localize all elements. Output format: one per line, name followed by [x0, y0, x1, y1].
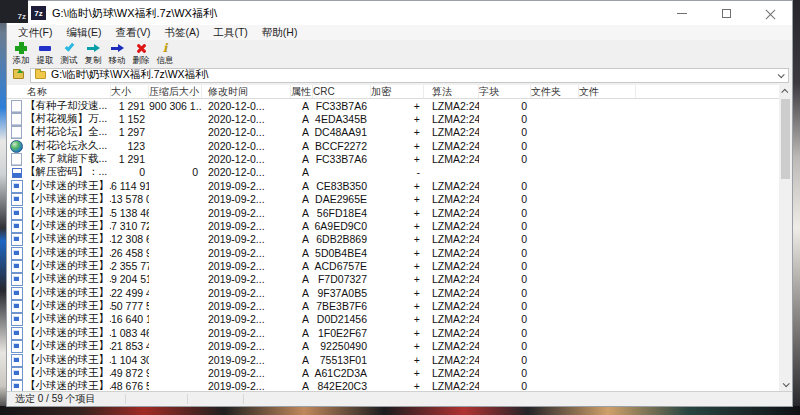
file-encrypted: +	[371, 100, 424, 112]
vertical-scrollbar[interactable]	[779, 85, 792, 391]
add-button[interactable]: 添加	[9, 41, 33, 65]
maximize-button[interactable]	[704, 1, 748, 25]
media-file-icon	[10, 260, 22, 272]
address-dropdown-button[interactable]	[772, 73, 788, 78]
test-check-icon	[64, 41, 74, 51]
move-button[interactable]: 移动	[105, 41, 129, 65]
file-name: 【小球迷的球王】...	[25, 232, 111, 246]
file-crc: 7BE3B7F6	[313, 300, 371, 312]
file-name: 【小球迷的球王】...	[25, 206, 111, 220]
file-crc: DC48AA91	[313, 126, 371, 138]
file-attributes: A	[291, 233, 313, 245]
title-bar[interactable]: 7z G:\临时\奶球\WX福利.7z\WX福利\	[7, 1, 792, 25]
file-block: 0	[479, 126, 531, 138]
key-file-icon	[10, 166, 22, 178]
extract-button[interactable]: 提取	[33, 41, 57, 65]
scrollbar-thumb[interactable]	[781, 99, 790, 179]
table-row[interactable]: 【村花论坛永久...1232020-12-0...ABCCF2272+LZMA2…	[7, 139, 792, 152]
table-row[interactable]: 【小球迷的球王】...2 355 7792019-09-2...AACD6757…	[7, 259, 792, 272]
status-divider	[187, 394, 188, 404]
table-row[interactable]: 【小球迷的球王】...6 114 9182019-09-2...ACE83B35…	[7, 179, 792, 192]
file-crc: CE83B350	[313, 180, 371, 192]
file-modified: 2019-09-2...	[202, 340, 291, 352]
table-row[interactable]: 【村花论坛】全...1 2972020-12-0...ADC48AA91+LZM…	[7, 126, 792, 139]
file-method: LZMA2:24...	[424, 113, 479, 125]
header-modified[interactable]: 修改时间	[202, 85, 291, 98]
file-encrypted: +	[371, 327, 424, 339]
file-size: 16 640 133	[111, 313, 149, 325]
header-block[interactable]: 字块	[479, 85, 531, 98]
address-combobox[interactable]: G:\临时\奶球\WX福利.7z\WX福利\	[30, 68, 789, 83]
table-row[interactable]: 【小球迷的球王】...22 499 4062019-09-2...A9F37A0…	[7, 286, 792, 299]
table-row[interactable]: 【小球迷的球王】...21 853 4422019-09-2...A922504…	[7, 339, 792, 352]
table-row[interactable]: 【小球迷的球王】...1 083 4622019-09-2...A1F0E2F6…	[7, 326, 792, 339]
header-name[interactable]: 名称	[7, 85, 111, 98]
file-attributes: A	[291, 207, 313, 219]
file-block: 0	[479, 193, 531, 205]
selection-status: 选定 0 / 59 个项目	[7, 392, 96, 406]
chevron-down-icon	[783, 380, 790, 387]
table-row[interactable]: 【村花视频】万...1 1522020-12-0...A4EDA345B+LZM…	[7, 112, 792, 125]
chevron-down-icon	[777, 71, 784, 78]
table-row[interactable]: 【小球迷的球王】...48 676 5082019-09-2...A842E20…	[7, 380, 792, 391]
menu-view[interactable]: 查看(V)	[108, 26, 157, 40]
file-size: 1 104 308	[111, 354, 149, 366]
table-row[interactable]: 【小球迷的球王】...1 104 3082019-09-2...A75513F0…	[7, 353, 792, 366]
menu-bookmarks[interactable]: 书签(A)	[157, 26, 206, 40]
menu-tools[interactable]: 工具(T)	[206, 26, 254, 40]
header-folders[interactable]: 文件夹	[531, 85, 579, 98]
table-row[interactable]: 【小球迷的球王】...5 138 4612019-09-2...A56FD18E…	[7, 206, 792, 219]
scroll-up-button[interactable]	[779, 85, 792, 98]
menu-help[interactable]: 帮助(H)	[255, 26, 305, 40]
close-button[interactable]	[748, 1, 792, 25]
table-row[interactable]: 【小球迷的球王】...7 310 7262019-09-2...A6A9ED9C…	[7, 219, 792, 232]
header-packed-size[interactable]: 压缩后大小	[149, 85, 202, 98]
file-size: 13 578 000	[111, 193, 149, 205]
media-file-icon	[10, 287, 22, 299]
table-row[interactable]: 【小球迷的球王】...49 872 9662019-09-2...AA61C2D…	[7, 366, 792, 379]
scroll-down-button[interactable]	[779, 378, 792, 391]
header-encrypted[interactable]: 加密	[371, 85, 424, 98]
file-modified: 2019-09-2...	[202, 260, 291, 272]
header-crc[interactable]: CRC	[313, 85, 371, 98]
folder-icon	[35, 71, 46, 79]
delete-button[interactable]: 删除	[129, 41, 153, 65]
test-button[interactable]: 测试	[57, 41, 81, 65]
add-plus-icon	[15, 42, 27, 54]
media-file-icon	[10, 220, 22, 232]
table-row[interactable]: 【小球迷的球王】...9 204 5152019-09-2...AF7D0732…	[7, 273, 792, 286]
table-row[interactable]: 【小球迷的球王】...12 308 6262019-09-2...A6DB2B8…	[7, 233, 792, 246]
file-method: LZMA2:24...	[424, 260, 479, 272]
file-method: LZMA2:24...	[424, 247, 479, 259]
copy-button[interactable]: 复制	[81, 41, 105, 65]
minimize-button[interactable]	[660, 1, 704, 25]
file-method: LZMA2:24...	[424, 126, 479, 138]
file-name: 【小球迷的球王】...	[25, 299, 111, 313]
file-name: 【村花论坛永久...	[25, 139, 107, 153]
info-button[interactable]: i 信息	[153, 41, 177, 65]
extract-minus-icon	[39, 46, 51, 51]
header-size[interactable]: 大小	[111, 85, 149, 98]
table-row[interactable]: 【小球迷的球王】...50 777 5662019-09-2...A7BE3B7…	[7, 299, 792, 312]
file-name: 【小球迷的球王】...	[25, 339, 111, 353]
header-attributes[interactable]: 属性	[291, 85, 313, 98]
table-row[interactable]: 【来了就能下载...1 2912020-12-0...AFC33B7A6+LZM…	[7, 152, 792, 165]
table-row[interactable]: 【小球迷的球王】...13 578 0002019-09-2...ADAE296…	[7, 193, 792, 206]
table-row[interactable]: 【解压密码】：...002020-12-0...A-	[7, 166, 792, 179]
header-method[interactable]: 算法	[424, 85, 479, 98]
menu-edit[interactable]: 编辑(E)	[59, 26, 108, 40]
file-name-cell: 【小球迷的球王】...	[7, 192, 111, 206]
file-method: LZMA2:24...	[424, 193, 479, 205]
wallpaper-corner-7z-mark: 7z	[0, 0, 28, 23]
header-files[interactable]: 文件	[579, 85, 636, 98]
table-row[interactable]: 【小球迷的球王】...26 458 9742019-09-2...A5D0B4B…	[7, 246, 792, 259]
file-name-cell: 【解压密码】：...	[7, 165, 111, 179]
file-encrypted: +	[371, 126, 424, 138]
menu-file[interactable]: 文件(F)	[11, 26, 59, 40]
file-modified: 2019-09-2...	[202, 367, 291, 379]
table-row[interactable]: 【小球迷的球王】...16 640 1332019-09-2...AD0D214…	[7, 313, 792, 326]
media-file-icon	[10, 313, 22, 325]
file-encrypted: +	[371, 140, 424, 152]
table-row[interactable]: 【有种子却没速...1 291900 306 1...2020-12-0...A…	[7, 99, 792, 112]
folder-up-button[interactable]	[10, 68, 26, 82]
